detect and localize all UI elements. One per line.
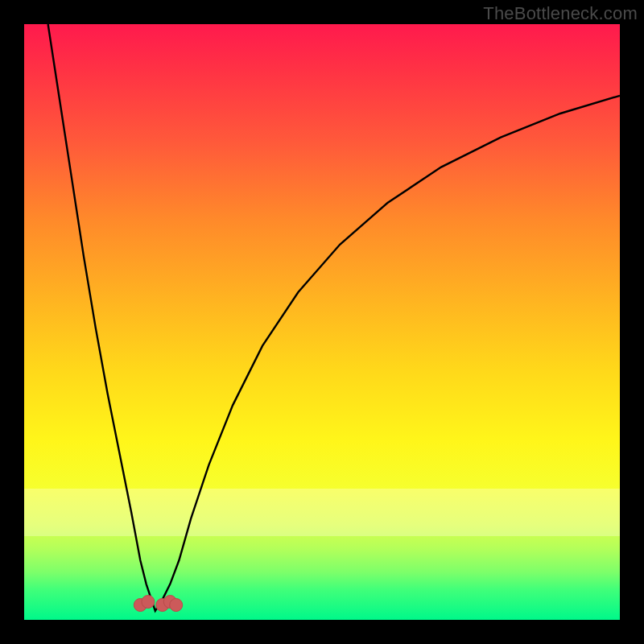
bottleneck-curve-svg (24, 24, 620, 620)
base-bump (142, 596, 155, 609)
chart-plot-area (24, 24, 620, 620)
base-bump (170, 599, 183, 612)
watermark-text: TheBottleneck.com (483, 3, 638, 24)
base-bumps (134, 596, 182, 612)
curve-path (48, 24, 620, 611)
